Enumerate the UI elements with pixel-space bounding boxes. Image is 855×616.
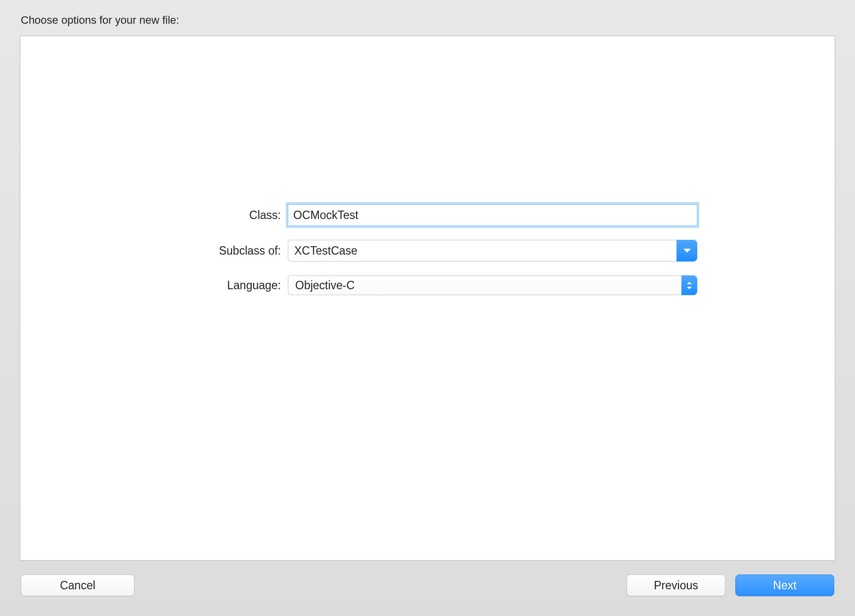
language-value: Objective-C — [288, 275, 681, 295]
new-file-options-dialog: Choose options for your new file: Class:… — [0, 0, 855, 616]
class-row: Class: — [20, 204, 835, 226]
button-bar: Cancel Previous Next — [20, 574, 835, 596]
subclass-row: Subclass of: XCTestCase — [20, 240, 835, 262]
class-label: Class: — [249, 209, 288, 222]
class-input[interactable] — [288, 204, 697, 226]
updown-arrows-icon[interactable] — [681, 275, 697, 295]
next-button[interactable]: Next — [735, 574, 834, 596]
subclass-label: Subclass of: — [219, 244, 288, 258]
language-popup[interactable]: Objective-C — [288, 275, 697, 295]
right-button-group: Previous Next — [627, 574, 834, 596]
language-label: Language: — [227, 279, 288, 292]
subclass-combobox[interactable]: XCTestCase — [288, 240, 697, 262]
dialog-title: Choose options for your new file: — [20, 14, 835, 27]
content-panel: Class: Subclass of: XCTestCase Language:… — [20, 36, 835, 561]
cancel-button[interactable]: Cancel — [21, 574, 135, 596]
previous-button[interactable]: Previous — [627, 574, 725, 596]
language-row: Language: Objective-C — [20, 275, 835, 295]
subclass-value: XCTestCase — [288, 240, 676, 262]
chevron-down-icon[interactable] — [676, 240, 697, 262]
options-form: Class: Subclass of: XCTestCase Language:… — [20, 204, 835, 295]
